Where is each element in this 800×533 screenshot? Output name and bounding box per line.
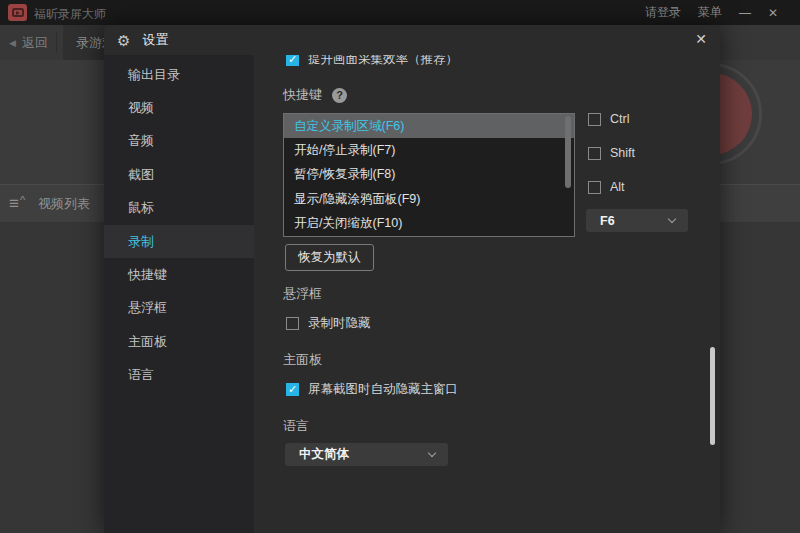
check-icon: ✓ <box>288 55 297 66</box>
auto-hide-main-window-label: 屏幕截图时自动隐藏主窗口 <box>308 381 458 398</box>
check-icon: ✓ <box>288 383 297 396</box>
video-list-label: 视频列表 <box>38 195 90 213</box>
chevron-down-icon <box>428 449 436 457</box>
gear-icon: ⚙ <box>117 33 130 48</box>
minimize-icon[interactable]: — <box>739 6 751 20</box>
app-titlebar: 福昕录屏大师 请登录 菜单 — ✕ <box>0 0 800 25</box>
capture-efficiency-label: 提升画面采集效率（推荐） <box>308 55 458 68</box>
close-icon[interactable]: ✕ <box>768 6 778 20</box>
restore-default-button[interactable]: 恢复为默认 <box>285 244 374 271</box>
settings-dialog-header: ⚙ 设置 ✕ <box>104 25 720 55</box>
language-dropdown[interactable]: 中文简体 <box>285 443 448 466</box>
hotkey-item-custom-region[interactable]: 自定义录制区域(F6) <box>284 114 574 138</box>
alt-checkbox[interactable] <box>588 181 601 194</box>
dialog-close-icon[interactable]: ✕ <box>695 31 707 47</box>
modifier-ctrl-row[interactable]: Ctrl <box>588 112 629 126</box>
auto-hide-main-window-checkbox[interactable]: ✓ <box>286 383 299 396</box>
settings-sidebar: 输出目录 视频 音频 截图 鼠标 录制 快捷键 悬浮框 主面板 语言 <box>104 55 254 533</box>
nav-divider <box>56 32 57 53</box>
ctrl-label: Ctrl <box>610 112 629 126</box>
hotkey-item-doodle-panel[interactable]: 显示/隐藏涂鸦面板(F9) <box>284 187 574 211</box>
sidebar-item-screenshot[interactable]: 截图 <box>104 158 254 191</box>
language-value: 中文简体 <box>299 446 349 463</box>
hotkeys-section-label: 快捷键 ? <box>283 86 347 104</box>
sidebar-item-language[interactable]: 语言 <box>104 359 254 392</box>
sidebar-item-main-panel[interactable]: 主面板 <box>104 325 254 358</box>
sidebar-item-audio[interactable]: 音频 <box>104 125 254 158</box>
app-logo-icon <box>8 4 27 21</box>
hide-when-recording-label: 录制时隐藏 <box>308 315 371 332</box>
ctrl-checkbox[interactable] <box>588 113 601 126</box>
chevron-down-icon <box>668 215 676 223</box>
screen: 福昕录屏大师 请登录 菜单 — ✕ ◀ 返回 录游戏 ≡ ^ 视频列表 ⚙ 设置… <box>0 0 800 533</box>
settings-dialog-title: 设置 <box>142 31 168 49</box>
back-label: 返回 <box>22 34 48 52</box>
capture-efficiency-checkbox-row[interactable]: ✓ 提升画面采集效率（推荐） <box>286 55 458 68</box>
sidebar-item-mouse[interactable]: 鼠标 <box>104 192 254 225</box>
modifier-shift-row[interactable]: Shift <box>588 146 635 160</box>
sidebar-item-recording[interactable]: 录制 <box>104 225 254 258</box>
hotkey-key-dropdown[interactable]: F6 <box>586 209 688 232</box>
menu-button[interactable]: 菜单 <box>698 4 722 21</box>
login-link[interactable]: 请登录 <box>645 4 681 21</box>
language-section-label: 语言 <box>283 417 309 435</box>
app-title: 福昕录屏大师 <box>34 6 106 23</box>
collapse-caret-icon: ^ <box>20 194 25 206</box>
shift-label: Shift <box>610 146 635 160</box>
hotkey-item-pause-resume[interactable]: 暂停/恢复录制(F8) <box>284 163 574 187</box>
shift-checkbox[interactable] <box>588 147 601 160</box>
settings-content: ✓ 提升画面采集效率（推荐） 快捷键 ? 自定义录制区域(F6) 开始/停止录制… <box>254 55 720 533</box>
sidebar-item-output-dir[interactable]: 输出目录 <box>104 58 254 91</box>
sidebar-item-hotkeys[interactable]: 快捷键 <box>104 258 254 291</box>
help-icon[interactable]: ? <box>332 88 347 103</box>
back-button[interactable]: ◀ 返回 <box>9 25 48 60</box>
hotkey-item-start-stop[interactable]: 开始/停止录制(F7) <box>284 138 574 162</box>
hide-when-recording-row[interactable]: 录制时隐藏 <box>286 315 371 332</box>
dialog-scrollbar-thumb[interactable] <box>710 347 715 445</box>
main-panel-section-label: 主面板 <box>283 351 322 369</box>
floating-box-section-label: 悬浮框 <box>283 285 322 303</box>
modifier-alt-row[interactable]: Alt <box>588 180 625 194</box>
hotkey-list: 自定义录制区域(F6) 开始/停止录制(F7) 暂停/恢复录制(F8) 显示/隐… <box>283 113 575 237</box>
auto-hide-main-window-row[interactable]: ✓ 屏幕截图时自动隐藏主窗口 <box>286 381 458 398</box>
settings-dialog: ⚙ 设置 ✕ 输出目录 视频 音频 截图 鼠标 录制 快捷键 悬浮框 主面板 语… <box>104 25 720 533</box>
back-arrow-icon: ◀ <box>9 38 16 48</box>
list-icon: ≡ <box>9 195 19 212</box>
alt-label: Alt <box>610 180 625 194</box>
hide-when-recording-checkbox[interactable] <box>286 317 299 330</box>
hotkey-item-zoom-toggle[interactable]: 开启/关闭缩放(F10) <box>284 212 574 236</box>
capture-efficiency-checkbox[interactable]: ✓ <box>286 55 299 66</box>
sidebar-item-video[interactable]: 视频 <box>104 91 254 124</box>
sidebar-item-floating-box[interactable]: 悬浮框 <box>104 292 254 325</box>
hotkey-list-scrollbar[interactable] <box>565 116 571 188</box>
hotkey-key-value: F6 <box>600 214 615 228</box>
